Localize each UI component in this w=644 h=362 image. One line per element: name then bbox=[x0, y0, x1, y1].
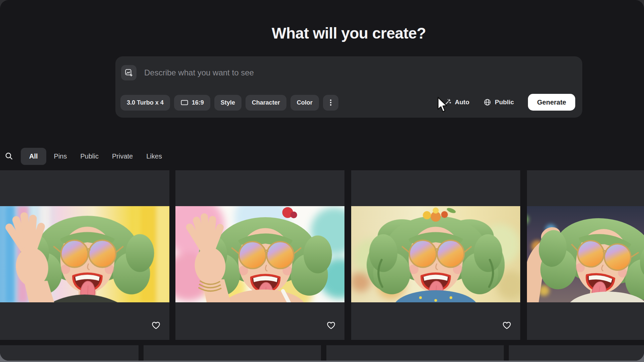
generated-image[interactable] bbox=[527, 206, 644, 302]
tab-public[interactable]: Public bbox=[80, 153, 98, 160]
aspect-ratio-icon bbox=[180, 99, 189, 107]
search-icon bbox=[5, 152, 13, 161]
visibility-toggle[interactable]: Public bbox=[483, 98, 514, 106]
tab-private[interactable]: Private bbox=[112, 153, 133, 160]
tab-pins[interactable]: Pins bbox=[54, 153, 67, 160]
like-button[interactable] bbox=[501, 320, 512, 330]
heart-outline-icon bbox=[151, 320, 161, 330]
more-options-chip[interactable] bbox=[323, 95, 338, 111]
character-chip[interactable]: Character bbox=[246, 95, 286, 111]
generated-image[interactable] bbox=[175, 206, 344, 302]
gallery-filter-tabs: All Pins Public Private Likes bbox=[3, 147, 175, 166]
search-button[interactable] bbox=[3, 150, 15, 162]
visibility-label: Public bbox=[495, 99, 514, 106]
image-add-icon bbox=[124, 68, 133, 77]
model-chip[interactable]: 3.0 Turbo x 4 bbox=[120, 95, 170, 111]
app-window: What will you create? 3.0 Turbo x 4 16:9… bbox=[0, 0, 644, 361]
more-vertical-icon bbox=[327, 99, 334, 106]
generated-image[interactable] bbox=[0, 206, 169, 302]
tab-likes[interactable]: Likes bbox=[146, 153, 162, 160]
generation-card[interactable] bbox=[527, 170, 644, 340]
generation-card[interactable] bbox=[326, 345, 504, 361]
like-button[interactable] bbox=[151, 320, 161, 330]
color-chip-label: Color bbox=[297, 99, 313, 106]
heart-outline-icon bbox=[326, 320, 336, 330]
composer-actions: Auto Public Generate bbox=[443, 94, 575, 111]
add-image-button[interactable] bbox=[121, 65, 137, 80]
tab-all[interactable]: All bbox=[21, 148, 46, 165]
model-chip-label: 3.0 Turbo x 4 bbox=[127, 99, 164, 106]
generated-image-art bbox=[351, 206, 520, 302]
generation-card[interactable] bbox=[0, 345, 139, 361]
generation-card[interactable] bbox=[144, 345, 321, 361]
generation-card[interactable] bbox=[509, 345, 644, 361]
heart-outline-icon bbox=[502, 320, 512, 330]
globe-icon bbox=[483, 98, 491, 106]
composer-chips: 3.0 Turbo x 4 16:9 Style Character Color bbox=[120, 95, 338, 111]
auto-mode-toggle[interactable]: Auto bbox=[443, 98, 469, 106]
prompt-input[interactable] bbox=[144, 65, 472, 80]
generation-card[interactable] bbox=[175, 170, 344, 340]
generation-card[interactable] bbox=[351, 170, 520, 340]
generation-card[interactable] bbox=[0, 170, 169, 340]
page-title: What will you create? bbox=[115, 24, 582, 42]
like-button[interactable] bbox=[326, 320, 336, 330]
character-chip-label: Character bbox=[252, 99, 280, 106]
generated-image[interactable] bbox=[351, 206, 520, 302]
style-chip[interactable]: Style bbox=[214, 95, 241, 111]
magic-wand-icon bbox=[443, 98, 451, 106]
aspect-ratio-chip[interactable]: 16:9 bbox=[174, 95, 210, 111]
generated-image-art bbox=[527, 206, 644, 302]
generate-button[interactable]: Generate bbox=[528, 94, 575, 111]
prompt-composer: 3.0 Turbo x 4 16:9 Style Character Color bbox=[115, 56, 582, 118]
generated-image-art bbox=[0, 206, 169, 302]
color-chip[interactable]: Color bbox=[290, 95, 319, 111]
style-chip-label: Style bbox=[221, 99, 235, 106]
auto-mode-label: Auto bbox=[455, 99, 469, 106]
aspect-ratio-label: 16:9 bbox=[192, 99, 204, 106]
generated-image-art bbox=[175, 206, 344, 302]
